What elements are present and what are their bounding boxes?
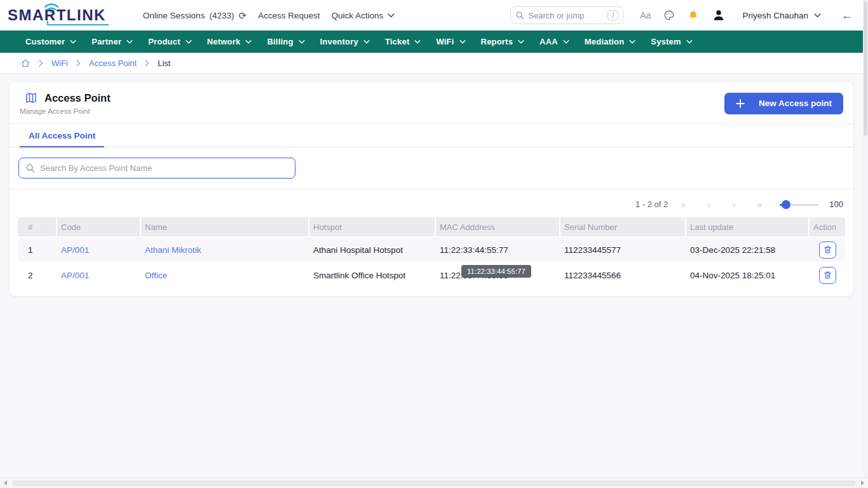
breadcrumb-separator-icon — [76, 60, 81, 67]
access-point-card: Access Point Manage Access Point New Acc… — [9, 81, 854, 297]
plus-icon — [736, 99, 745, 108]
cell-name-link[interactable]: Office — [145, 271, 167, 280]
column-header-mac: MAC Adddress — [436, 217, 560, 236]
font-size-icon[interactable]: Aa — [640, 10, 651, 20]
access-point-search-input[interactable] — [40, 163, 288, 173]
nav-item-aaa[interactable]: AAA — [539, 37, 569, 46]
chevron-down-icon — [414, 40, 421, 44]
tab-bar: All Access Point — [10, 124, 853, 147]
card-header: Access Point Manage Access Point New Acc… — [10, 82, 853, 124]
delete-button[interactable] — [819, 241, 836, 259]
cell-mac: 11:22:33:44:55:66 11:22:33:44:55:77 — [436, 263, 560, 287]
nav-item-ticket[interactable]: Ticket — [385, 37, 421, 46]
refresh-icon[interactable]: ⟳ — [238, 11, 247, 20]
cell-serial: 112233445577 — [560, 238, 686, 262]
column-header-index: # — [18, 217, 57, 236]
breadcrumb-list: List — [158, 58, 170, 68]
column-header-hotspot: Hotspot — [309, 217, 436, 236]
breadcrumb-access-point[interactable]: Access Point — [89, 58, 137, 68]
chevron-down-icon — [126, 40, 133, 44]
scroll-right-icon[interactable] — [861, 480, 864, 485]
cell-index: 2 — [18, 263, 57, 287]
nav-item-billing[interactable]: Billing — [267, 37, 304, 46]
cell-mac: 11:22:33:44:55:77 — [436, 238, 560, 262]
page-title: Access Point — [44, 92, 111, 104]
theme-palette-icon[interactable] — [663, 10, 675, 21]
cell-serial: 112233445566 — [560, 263, 686, 287]
breadcrumb: WiFi Access Point List — [0, 53, 868, 74]
user-menu[interactable]: Priyesh Chauhan — [742, 11, 821, 20]
nav-item-mediation[interactable]: Mediation — [585, 37, 635, 46]
slider-handle[interactable] — [782, 200, 790, 209]
access-point-table: # Code Name Hotspot MAC Adddress Serial … — [18, 217, 845, 287]
column-header-name: Name — [141, 217, 309, 236]
table-row: 1 AP/001 Athani Mikrotik Athani Hospital… — [18, 238, 845, 262]
column-header-serial: Serial Number — [560, 217, 686, 236]
top-icon-group: Aa Priyesh Chauhan ← — [640, 8, 853, 22]
chevron-down-icon — [245, 40, 252, 44]
quick-actions-menu[interactable]: Quick Actions — [332, 11, 395, 20]
new-access-point-button[interactable]: New Access point — [724, 93, 843, 114]
last-page-icon[interactable]: » — [747, 199, 772, 210]
access-point-search[interactable] — [18, 158, 295, 179]
chevron-down-icon — [563, 40, 569, 44]
column-header-action: Action — [810, 217, 845, 236]
table-row: 2 AP/001 Office Smartlink Office Hotspot… — [18, 263, 845, 287]
top-bar: SMARTLINK Online Sessions (4233) ⟳ Acces… — [0, 0, 868, 30]
nav-item-product[interactable]: Product — [148, 37, 192, 46]
user-avatar[interactable] — [712, 8, 726, 22]
page-subtitle: Manage Access Point — [20, 107, 111, 115]
cell-last-update: 04-Nov-2025 18:25:01 — [686, 263, 810, 287]
online-sessions-count: (4233) — [209, 11, 234, 20]
vertical-scrollbar — [863, 0, 868, 477]
cell-last-update: 03-Dec-2025 22:21:58 — [686, 238, 810, 262]
app-logo[interactable]: SMARTLINK — [8, 8, 106, 23]
next-page-icon[interactable]: › — [721, 199, 747, 210]
horizontal-scrollbar — [0, 477, 868, 488]
cell-code-link[interactable]: AP/001 — [61, 271, 89, 280]
nav-item-inventory[interactable]: Inventory — [320, 37, 370, 46]
horizontal-scrollbar-thumb[interactable] — [12, 480, 856, 486]
first-page-icon[interactable]: « — [670, 199, 696, 210]
main-navbar: Customer Partner Product Network Billing… — [0, 30, 868, 53]
online-sessions: Online Sessions (4233) ⟳ — [143, 11, 247, 20]
page-content: Access Point Manage Access Point New Acc… — [0, 74, 863, 477]
cell-hotspot: Smartlink Office Hotspot — [309, 263, 436, 287]
chevron-down-icon — [186, 40, 192, 44]
global-search[interactable]: / — [510, 6, 623, 24]
nav-item-customer[interactable]: Customer — [25, 37, 76, 46]
notifications-bell-icon[interactable] — [688, 10, 699, 22]
prev-page-icon[interactable]: ‹ — [696, 199, 721, 210]
logo-underline — [47, 24, 109, 25]
breadcrumb-separator-icon — [145, 60, 149, 67]
home-icon[interactable] — [20, 58, 31, 68]
chevron-down-icon — [299, 40, 305, 44]
access-request-link[interactable]: Access Request — [258, 11, 320, 20]
delete-button[interactable] — [819, 267, 836, 284]
collapse-back-icon[interactable]: ← — [841, 10, 853, 21]
chevron-down-icon — [686, 40, 693, 44]
nav-item-system[interactable]: System — [651, 37, 692, 46]
table-header-row: # Code Name Hotspot MAC Adddress Serial … — [18, 217, 845, 236]
online-sessions-label: Online Sessions — [143, 11, 205, 20]
nav-item-reports[interactable]: Reports — [481, 37, 525, 46]
table-search-section — [10, 147, 853, 189]
user-name: Priyesh Chauhan — [742, 11, 808, 20]
breadcrumb-wifi[interactable]: WiFi — [51, 58, 68, 68]
trash-icon — [824, 245, 832, 254]
nav-item-network[interactable]: Network — [207, 37, 252, 46]
cell-code-link[interactable]: AP/001 — [61, 245, 89, 255]
column-header-code: Code — [57, 217, 141, 236]
nav-item-partner[interactable]: Partner — [92, 37, 133, 46]
nav-item-wifi[interactable]: WiFi — [436, 37, 465, 46]
global-search-input[interactable] — [528, 11, 585, 20]
chevron-down-icon — [363, 40, 370, 44]
page-size-slider[interactable] — [780, 200, 819, 209]
breadcrumb-separator-icon — [39, 60, 43, 67]
tab-all-access-point[interactable]: All Access Point — [20, 124, 104, 147]
vertical-scrollbar-thumb[interactable] — [864, 1, 867, 136]
mac-tooltip: 11:22:33:44:55:77 — [461, 265, 531, 278]
cell-name-link[interactable]: Athani Mikrotik — [145, 245, 201, 255]
scroll-left-icon[interactable] — [4, 480, 7, 485]
wifi-arcs-icon — [43, 2, 60, 13]
